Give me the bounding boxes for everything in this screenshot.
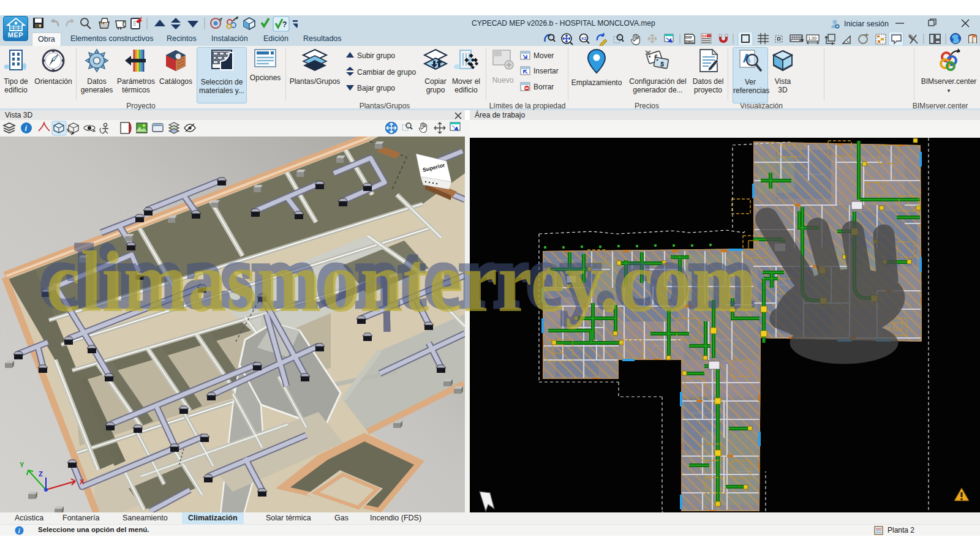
svg-text:DXF: DXF	[685, 36, 693, 39]
svg-text:i: i	[18, 528, 20, 534]
svg-text:Z: Z	[39, 470, 43, 478]
svg-text:Iniciar sesión: Iniciar sesión	[844, 20, 889, 28]
svg-text:DWG: DWG	[685, 40, 693, 43]
svg-text:x2: x2	[581, 36, 587, 41]
svg-text:?: ?	[282, 20, 287, 29]
svg-text:X: X	[80, 478, 85, 485]
svg-text:Y: Y	[20, 461, 24, 468]
svg-text:1.00: 1.00	[809, 36, 817, 40]
